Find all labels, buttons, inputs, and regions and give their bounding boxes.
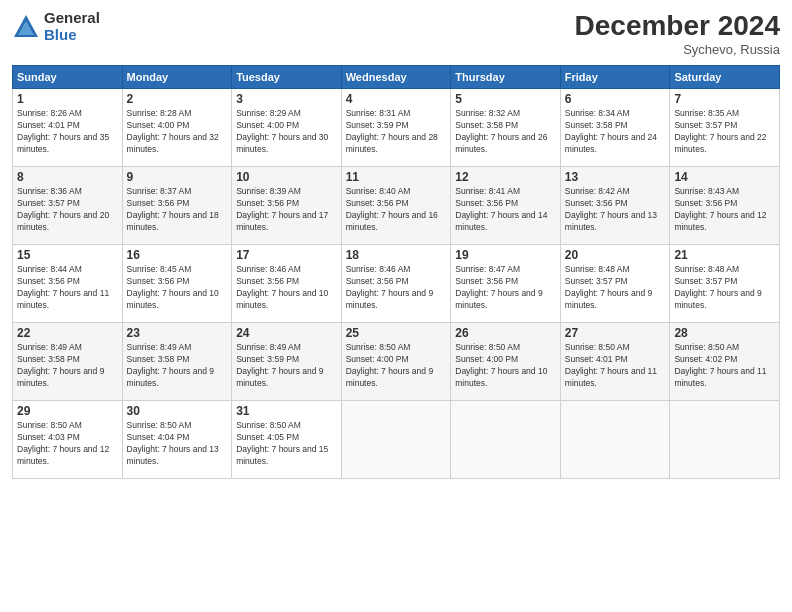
day-info: Sunrise: 8:31 AMSunset: 3:59 PMDaylight:…	[346, 108, 438, 154]
header-wednesday: Wednesday	[341, 66, 451, 89]
day-number: 17	[236, 248, 337, 262]
day-number: 13	[565, 170, 666, 184]
day-info: Sunrise: 8:50 AMSunset: 4:05 PMDaylight:…	[236, 420, 328, 466]
day-info: Sunrise: 8:48 AMSunset: 3:57 PMDaylight:…	[674, 264, 761, 310]
day-info: Sunrise: 8:37 AMSunset: 3:56 PMDaylight:…	[127, 186, 219, 232]
day-info: Sunrise: 8:34 AMSunset: 3:58 PMDaylight:…	[565, 108, 657, 154]
day-cell: 28 Sunrise: 8:50 AMSunset: 4:02 PMDaylig…	[670, 323, 780, 401]
day-info: Sunrise: 8:50 AMSunset: 4:01 PMDaylight:…	[565, 342, 657, 388]
day-info: Sunrise: 8:48 AMSunset: 3:57 PMDaylight:…	[565, 264, 652, 310]
header: General Blue December 2024 Sychevo, Russ…	[12, 10, 780, 57]
logo-general: General	[44, 10, 100, 27]
day-cell: 11 Sunrise: 8:40 AMSunset: 3:56 PMDaylig…	[341, 167, 451, 245]
page-container: General Blue December 2024 Sychevo, Russ…	[0, 0, 792, 612]
week-row-2: 8 Sunrise: 8:36 AMSunset: 3:57 PMDayligh…	[13, 167, 780, 245]
calendar-body: 1 Sunrise: 8:26 AMSunset: 4:01 PMDayligh…	[13, 89, 780, 479]
day-info: Sunrise: 8:32 AMSunset: 3:58 PMDaylight:…	[455, 108, 547, 154]
day-number: 12	[455, 170, 556, 184]
day-number: 1	[17, 92, 118, 106]
day-number: 29	[17, 404, 118, 418]
logo-text: General Blue	[44, 10, 100, 43]
day-cell: 19 Sunrise: 8:47 AMSunset: 3:56 PMDaylig…	[451, 245, 561, 323]
header-tuesday: Tuesday	[232, 66, 342, 89]
day-number: 20	[565, 248, 666, 262]
day-info: Sunrise: 8:50 AMSunset: 4:04 PMDaylight:…	[127, 420, 219, 466]
title-section: December 2024 Sychevo, Russia	[575, 10, 780, 57]
day-cell: 8 Sunrise: 8:36 AMSunset: 3:57 PMDayligh…	[13, 167, 123, 245]
day-cell: 16 Sunrise: 8:45 AMSunset: 3:56 PMDaylig…	[122, 245, 232, 323]
day-number: 8	[17, 170, 118, 184]
day-number: 9	[127, 170, 228, 184]
header-monday: Monday	[122, 66, 232, 89]
day-info: Sunrise: 8:49 AMSunset: 3:58 PMDaylight:…	[17, 342, 104, 388]
day-number: 4	[346, 92, 447, 106]
day-cell	[451, 401, 561, 479]
day-number: 22	[17, 326, 118, 340]
day-cell: 17 Sunrise: 8:46 AMSunset: 3:56 PMDaylig…	[232, 245, 342, 323]
week-row-5: 29 Sunrise: 8:50 AMSunset: 4:03 PMDaylig…	[13, 401, 780, 479]
day-cell: 31 Sunrise: 8:50 AMSunset: 4:05 PMDaylig…	[232, 401, 342, 479]
day-info: Sunrise: 8:50 AMSunset: 4:00 PMDaylight:…	[346, 342, 433, 388]
day-number: 16	[127, 248, 228, 262]
day-cell: 23 Sunrise: 8:49 AMSunset: 3:58 PMDaylig…	[122, 323, 232, 401]
day-info: Sunrise: 8:40 AMSunset: 3:56 PMDaylight:…	[346, 186, 438, 232]
day-number: 5	[455, 92, 556, 106]
day-info: Sunrise: 8:29 AMSunset: 4:00 PMDaylight:…	[236, 108, 328, 154]
day-number: 3	[236, 92, 337, 106]
day-number: 31	[236, 404, 337, 418]
day-cell: 27 Sunrise: 8:50 AMSunset: 4:01 PMDaylig…	[560, 323, 670, 401]
day-info: Sunrise: 8:28 AMSunset: 4:00 PMDaylight:…	[127, 108, 219, 154]
day-cell: 26 Sunrise: 8:50 AMSunset: 4:00 PMDaylig…	[451, 323, 561, 401]
day-info: Sunrise: 8:49 AMSunset: 3:59 PMDaylight:…	[236, 342, 323, 388]
logo: General Blue	[12, 10, 100, 43]
week-row-4: 22 Sunrise: 8:49 AMSunset: 3:58 PMDaylig…	[13, 323, 780, 401]
day-info: Sunrise: 8:35 AMSunset: 3:57 PMDaylight:…	[674, 108, 766, 154]
day-number: 6	[565, 92, 666, 106]
day-number: 25	[346, 326, 447, 340]
day-info: Sunrise: 8:49 AMSunset: 3:58 PMDaylight:…	[127, 342, 214, 388]
day-number: 21	[674, 248, 775, 262]
calendar-table: Sunday Monday Tuesday Wednesday Thursday…	[12, 65, 780, 479]
day-cell: 1 Sunrise: 8:26 AMSunset: 4:01 PMDayligh…	[13, 89, 123, 167]
header-row: Sunday Monday Tuesday Wednesday Thursday…	[13, 66, 780, 89]
day-info: Sunrise: 8:39 AMSunset: 3:56 PMDaylight:…	[236, 186, 328, 232]
logo-icon	[12, 13, 40, 41]
day-cell: 12 Sunrise: 8:41 AMSunset: 3:56 PMDaylig…	[451, 167, 561, 245]
day-info: Sunrise: 8:41 AMSunset: 3:56 PMDaylight:…	[455, 186, 547, 232]
day-info: Sunrise: 8:46 AMSunset: 3:56 PMDaylight:…	[236, 264, 328, 310]
header-thursday: Thursday	[451, 66, 561, 89]
calendar-header: Sunday Monday Tuesday Wednesday Thursday…	[13, 66, 780, 89]
day-cell	[341, 401, 451, 479]
day-number: 11	[346, 170, 447, 184]
day-cell: 22 Sunrise: 8:49 AMSunset: 3:58 PMDaylig…	[13, 323, 123, 401]
day-info: Sunrise: 8:45 AMSunset: 3:56 PMDaylight:…	[127, 264, 219, 310]
day-info: Sunrise: 8:50 AMSunset: 4:02 PMDaylight:…	[674, 342, 766, 388]
day-number: 14	[674, 170, 775, 184]
header-friday: Friday	[560, 66, 670, 89]
day-cell: 2 Sunrise: 8:28 AMSunset: 4:00 PMDayligh…	[122, 89, 232, 167]
day-info: Sunrise: 8:50 AMSunset: 4:00 PMDaylight:…	[455, 342, 547, 388]
day-number: 7	[674, 92, 775, 106]
header-sunday: Sunday	[13, 66, 123, 89]
logo-blue: Blue	[44, 27, 100, 44]
day-info: Sunrise: 8:43 AMSunset: 3:56 PMDaylight:…	[674, 186, 766, 232]
day-cell: 7 Sunrise: 8:35 AMSunset: 3:57 PMDayligh…	[670, 89, 780, 167]
day-number: 30	[127, 404, 228, 418]
day-cell: 10 Sunrise: 8:39 AMSunset: 3:56 PMDaylig…	[232, 167, 342, 245]
day-cell: 3 Sunrise: 8:29 AMSunset: 4:00 PMDayligh…	[232, 89, 342, 167]
day-cell: 30 Sunrise: 8:50 AMSunset: 4:04 PMDaylig…	[122, 401, 232, 479]
day-info: Sunrise: 8:46 AMSunset: 3:56 PMDaylight:…	[346, 264, 433, 310]
day-cell: 25 Sunrise: 8:50 AMSunset: 4:00 PMDaylig…	[341, 323, 451, 401]
day-number: 28	[674, 326, 775, 340]
day-info: Sunrise: 8:42 AMSunset: 3:56 PMDaylight:…	[565, 186, 657, 232]
day-info: Sunrise: 8:44 AMSunset: 3:56 PMDaylight:…	[17, 264, 109, 310]
day-number: 15	[17, 248, 118, 262]
day-info: Sunrise: 8:36 AMSunset: 3:57 PMDaylight:…	[17, 186, 109, 232]
day-cell: 20 Sunrise: 8:48 AMSunset: 3:57 PMDaylig…	[560, 245, 670, 323]
day-info: Sunrise: 8:26 AMSunset: 4:01 PMDaylight:…	[17, 108, 109, 154]
day-cell: 9 Sunrise: 8:37 AMSunset: 3:56 PMDayligh…	[122, 167, 232, 245]
day-cell: 21 Sunrise: 8:48 AMSunset: 3:57 PMDaylig…	[670, 245, 780, 323]
day-cell	[560, 401, 670, 479]
day-number: 19	[455, 248, 556, 262]
day-number: 2	[127, 92, 228, 106]
